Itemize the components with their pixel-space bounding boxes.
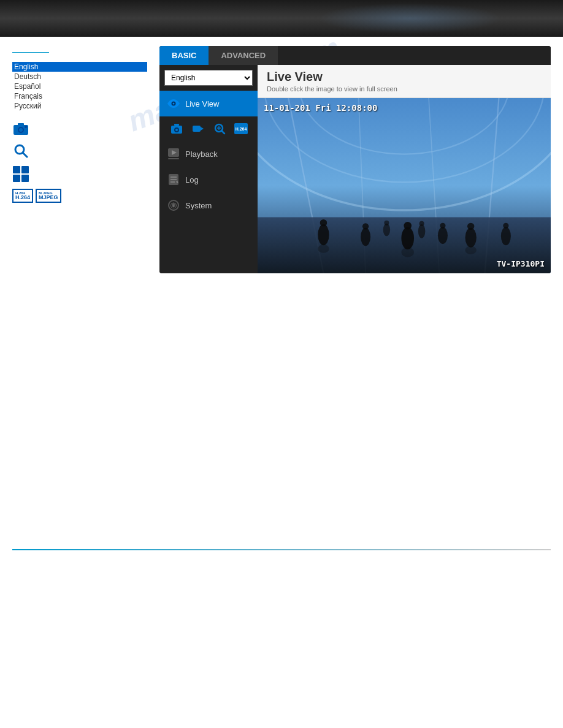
language-espanol[interactable]: Español [12,82,147,91]
svg-line-6 [23,153,27,157]
zoom-icon[interactable] [211,120,228,137]
svg-point-56 [318,245,329,253]
grid-icon[interactable] [12,165,29,183]
h264-icon[interactable]: H.264 [232,120,250,137]
language-english[interactable]: English [12,62,147,72]
camera-icon[interactable] [12,120,29,137]
svg-rect-13 [193,126,201,132]
tab-basic[interactable]: BASIC [159,46,209,65]
panel-body: English Deutsch Español Français Русский [159,65,551,273]
sidebar-search-row [12,142,147,159]
nav-live-view-label: Live View [185,99,219,108]
svg-rect-23 [168,158,179,159]
nav-system[interactable]: ⓘ System [159,192,258,218]
svg-point-40 [318,224,329,245]
live-view-icon [167,97,180,110]
svg-point-57 [401,248,414,257]
svg-point-11 [175,129,178,131]
h264-label: H.264 H.264 [12,189,33,203]
nav-system-label: System [185,201,212,210]
playback-icon [167,147,180,161]
nav-playback-label: Playback [185,150,218,159]
nav-live-view[interactable]: Live View [159,91,258,116]
tab-bar: BASIC ADVANCED [159,46,551,65]
snapshot-icon[interactable] [168,120,185,137]
nav-playback[interactable]: Playback [159,141,258,167]
language-select[interactable]: English Deutsch Español Français Русский [164,70,253,86]
camera-feed[interactable]: 11-01-201 Fri 12:08:00 TV-IP310PI [258,98,551,273]
svg-point-49 [467,223,474,230]
bottom-separator [12,549,551,550]
language-francais[interactable]: Français [12,91,147,101]
svg-point-55 [419,221,424,226]
svg-point-58 [465,246,477,254]
svg-point-51 [503,223,508,229]
search-icon[interactable] [12,142,29,159]
live-view-header: Live View Double click the image to view… [258,65,551,98]
system-icon: ⓘ [167,199,180,212]
timestamp: 11-01-201 Fri 12:08:00 [264,103,377,113]
model-name: TV-IP310PI [497,259,545,268]
codec-labels: H.264 H.264 M.JPEG MJPEG [12,189,147,203]
log-icon [167,173,180,186]
svg-point-44 [401,227,414,249]
live-view-area: Live View Double click the image to view… [258,65,551,273]
svg-rect-3 [18,123,24,126]
svg-text:ⓘ: ⓘ [170,202,177,209]
live-view-subtitle: Double click the image to view in full s… [267,85,542,93]
svg-point-42 [361,228,370,246]
svg-text:H.264: H.264 [235,127,247,131]
svg-point-43 [362,223,369,229]
svg-point-53 [384,221,389,226]
svg-point-54 [418,224,425,238]
svg-point-50 [501,227,511,245]
svg-point-2 [19,128,23,132]
nav-log-label: Log [185,175,199,184]
nav-menu: English Deutsch Español Français Русский [159,65,258,273]
sidebar-grid-row [12,165,147,183]
language-dropdown-wrapper: English Deutsch Español Français Русский [164,70,253,86]
svg-line-16 [221,131,224,134]
camera-background: 11-01-201 Fri 12:08:00 TV-IP310PI [258,98,551,273]
svg-point-52 [383,224,390,237]
language-list: English Deutsch Español Français Русский [12,62,147,111]
language-deutsch[interactable]: Deutsch [12,72,147,82]
svg-point-4 [25,126,27,128]
tab-advanced[interactable]: ADVANCED [209,46,278,65]
nav-log[interactable]: Log [159,167,258,192]
svg-marker-14 [201,127,204,131]
camera-panel: BASIC ADVANCED English Deutsch Español F… [159,46,551,273]
svg-point-48 [465,228,477,248]
mjpeg-label: M.JPEG MJPEG [36,189,61,203]
svg-point-45 [404,222,412,230]
top-banner [0,0,563,37]
svg-point-41 [320,219,327,226]
sub-icons-row: H.264 [159,116,258,141]
svg-rect-12 [174,124,179,126]
svg-point-8 [173,103,175,105]
left-sidebar: English Deutsch Español Français Русский [12,46,147,273]
svg-point-46 [438,227,448,243]
sidebar-divider [12,52,49,53]
record-icon[interactable] [190,120,207,137]
sidebar-camera-row [12,120,147,137]
live-view-title: Live View [267,70,542,84]
svg-point-47 [440,223,445,229]
language-russian[interactable]: Русский [12,101,147,111]
